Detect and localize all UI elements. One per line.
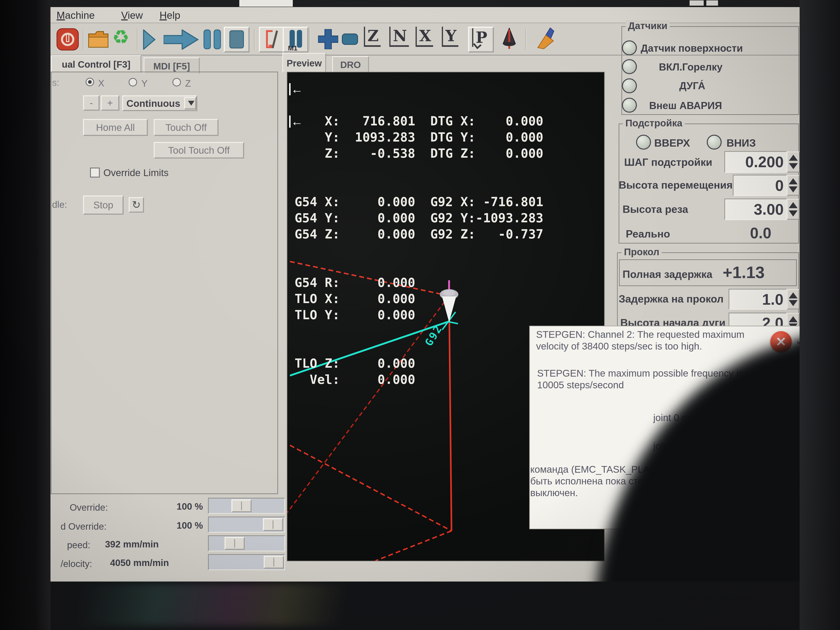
menu-view[interactable]: View bbox=[121, 9, 143, 21]
jog-minus-button[interactable]: - bbox=[83, 95, 99, 111]
slider-handle[interactable] bbox=[263, 518, 283, 531]
view-y-button[interactable]: Y bbox=[442, 27, 458, 47]
tab-mdi[interactable]: MDI [F5] bbox=[144, 57, 200, 74]
jog-mode-dropdown[interactable]: Continuous bbox=[122, 95, 197, 111]
cut-height-label: Высота реза bbox=[622, 203, 688, 215]
torch-on-led bbox=[622, 59, 637, 74]
tab-preview[interactable]: Preview bbox=[282, 53, 326, 72]
total-delay-box: Полная задержка +1.13 bbox=[619, 259, 797, 286]
m1-label: M1 bbox=[288, 44, 297, 52]
rapid-override-slider[interactable] bbox=[208, 516, 285, 533]
radio-axis-z[interactable] bbox=[172, 78, 181, 87]
top-strip bbox=[51, 0, 800, 7]
dropdown-arrow-icon[interactable] bbox=[184, 97, 196, 109]
error-message: STEPGEN: Channel 2: The requested maximu… bbox=[536, 329, 768, 352]
view-x-button[interactable]: X bbox=[415, 27, 433, 47]
limit-boundary-line bbox=[376, 531, 452, 561]
cut-height-input[interactable]: 3.00 bbox=[724, 199, 787, 220]
slider-handle[interactable] bbox=[264, 556, 284, 568]
single-step-button[interactable] bbox=[142, 30, 156, 51]
zoom-in-icon[interactable] bbox=[318, 29, 338, 50]
view-perspective-button[interactable]: P bbox=[468, 27, 494, 52]
spindle-label: dle: bbox=[52, 199, 67, 210]
optional-pause-m1-button[interactable]: M1 bbox=[283, 27, 308, 52]
pause-button[interactable] bbox=[202, 29, 223, 51]
view-z-button[interactable]: Z bbox=[364, 27, 381, 47]
tab-manual-control[interactable]: ual Control [F3] bbox=[51, 55, 141, 72]
menu-help[interactable]: Help bbox=[159, 9, 180, 21]
move-height-value: 0 bbox=[775, 177, 784, 194]
cut-height-value: 3.00 bbox=[754, 201, 784, 218]
move-height-spinner[interactable] bbox=[787, 175, 799, 196]
menu-machine[interactable]: Machine bbox=[57, 9, 95, 21]
view-z-rotated-button[interactable]: N bbox=[389, 27, 409, 47]
background-window-fragment bbox=[239, 0, 293, 7]
clear-plot-brush-icon[interactable] bbox=[534, 27, 557, 51]
tuning-step-input[interactable]: 0.200 bbox=[724, 151, 787, 173]
power-button[interactable] bbox=[57, 28, 79, 51]
total-delay-value: +1.13 bbox=[723, 263, 764, 282]
thc-up-led bbox=[636, 135, 651, 150]
arc-led bbox=[622, 78, 637, 93]
zoom-out-icon[interactable] bbox=[342, 33, 358, 46]
skip-lines-button[interactable] bbox=[259, 27, 285, 52]
move-height-input[interactable]: 0 bbox=[733, 175, 787, 196]
stop-button[interactable] bbox=[224, 27, 249, 52]
monitor-bezel bbox=[800, 0, 840, 630]
real-value: 0.0 bbox=[727, 224, 771, 242]
override-limits-checkbox[interactable] bbox=[90, 167, 100, 177]
total-delay-label: Полная задержка bbox=[622, 268, 712, 280]
pierce-title: Прокол bbox=[622, 246, 662, 257]
surface-sensor-led bbox=[622, 40, 637, 55]
radio-axis-y-label: Y bbox=[141, 78, 148, 89]
override-limits-label: Override Limits bbox=[103, 167, 169, 178]
slider-handle[interactable] bbox=[231, 499, 252, 512]
touch-off-button[interactable]: Touch Off bbox=[154, 119, 218, 136]
feed-override-value: 100 % bbox=[121, 501, 203, 512]
jog-speed-value: 392 mm/min bbox=[87, 539, 177, 549]
external-estop-label: Внеш АВАРИЯ bbox=[649, 100, 722, 112]
home-all-button[interactable]: Home All bbox=[83, 119, 148, 136]
external-estop-led bbox=[622, 98, 637, 113]
tool-touch-off-button[interactable]: Tool Touch Off bbox=[154, 142, 244, 158]
pierce-delay-spinner[interactable] bbox=[787, 289, 799, 309]
run-button[interactable] bbox=[164, 30, 199, 51]
max-velocity-value: 4050 mm/min bbox=[92, 557, 182, 568]
pierce-delay-label: Задержка на прокол bbox=[619, 293, 723, 305]
torch-on-label: ВКЛ.Горелку bbox=[659, 61, 723, 73]
tuning-step-spinner[interactable] bbox=[787, 152, 800, 172]
limit-boundary-line bbox=[290, 445, 452, 531]
rapid-override-label: d Override: bbox=[61, 521, 107, 532]
radio-axis-x[interactable] bbox=[85, 78, 94, 86]
open-file-button[interactable] bbox=[88, 30, 109, 49]
jog-speed-slider[interactable] bbox=[208, 535, 285, 551]
background-window-fragment bbox=[690, 0, 704, 6]
tuning-step-value: 0.200 bbox=[745, 153, 784, 171]
thc-down-led bbox=[707, 135, 722, 150]
sensors-title: Датчики bbox=[625, 20, 670, 31]
pierce-delay-input[interactable]: 1.0 bbox=[728, 289, 787, 310]
max-velocity-slider[interactable] bbox=[208, 554, 285, 570]
feed-override-label: Override: bbox=[69, 502, 108, 513]
pierce-delay-value: 1.0 bbox=[762, 291, 783, 308]
rapid-override-value: 100 % bbox=[121, 520, 203, 531]
reload-icon[interactable]: ♻ bbox=[112, 27, 129, 47]
rotate-mode-icon[interactable] bbox=[499, 28, 519, 51]
tab-dro[interactable]: DRO bbox=[332, 56, 369, 72]
cut-height-spinner[interactable] bbox=[787, 199, 799, 220]
toolbar-separator bbox=[254, 29, 255, 50]
slider-handle[interactable] bbox=[224, 537, 245, 550]
toolbar-separator bbox=[526, 29, 526, 50]
toolbar-separator bbox=[309, 29, 310, 50]
spindle-refresh-button[interactable]: ↻ bbox=[129, 197, 144, 213]
radio-axis-y[interactable] bbox=[129, 78, 137, 87]
move-height-label: Высота перемещения bbox=[619, 179, 733, 191]
radio-axis-x-label: X bbox=[98, 78, 104, 88]
dro-readout: X: 716.801 DTG X: 0.000 Y: 1093.283 DTG … bbox=[295, 81, 543, 404]
thc-down-label: ВНИЗ bbox=[726, 137, 756, 149]
feed-override-slider[interactable] bbox=[208, 498, 285, 514]
jog-plus-button[interactable]: + bbox=[101, 95, 119, 111]
tuning-step-label: ШАГ подстройки bbox=[624, 156, 712, 168]
spindle-stop-button[interactable]: Stop bbox=[83, 196, 123, 215]
surface-sensor-label: Датчик поверхности bbox=[641, 43, 743, 54]
